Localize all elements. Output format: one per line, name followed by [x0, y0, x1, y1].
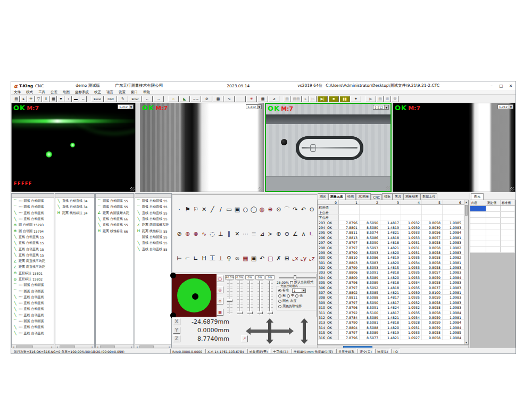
slider-thumb[interactable] [247, 311, 253, 314]
tool-line-icon[interactable]: ╱ [209, 205, 216, 213]
tool-contour-icon[interactable]: ◌ [209, 230, 216, 237]
tab-测光[interactable]: 测光 [318, 193, 328, 200]
run-stop-button[interactable]: ■ [328, 96, 339, 102]
element-item[interactable]: ╲直线自动直线55 [135, 216, 171, 222]
element-item[interactable]: ⌒圆弧自动圆弧55 [96, 198, 134, 204]
stage-leftright-button[interactable]: ↔ [80, 96, 87, 102]
slider-track[interactable] [225, 281, 234, 315]
tool-width-dim-icon[interactable]: ⊢ [176, 254, 183, 262]
menu-4[interactable]: 绘图 [60, 90, 72, 95]
tool-perpendicular-icon[interactable]: ⊥ [217, 230, 225, 237]
run-auto-button[interactable]: ✦ [351, 96, 361, 102]
result-row[interactable]: 293OK7.87968.50901.48171.09320.80581.098… [318, 220, 468, 225]
element-list-4[interactable]: ⌒圆弧自动圆弧55⌒圆弧自动圆弧55╲直线自动直线55╲直线自动直线55∠距离两… [135, 193, 172, 349]
export-excel-button[interactable]: Excel [91, 96, 104, 102]
slider-track[interactable] [245, 281, 254, 315]
auto-focus-button[interactable]: ◣ [179, 96, 190, 102]
element-item[interactable]: ⌒圆弧自动圆弧55 [135, 204, 171, 210]
element-item[interactable]: ╲***直线自动直线 [12, 312, 54, 318]
element-item[interactable]: ╲直线自动直线15 [12, 246, 54, 252]
tools-disabled-button[interactable]: ⚒ [392, 96, 398, 102]
magnifier-button[interactable]: ⊘ [202, 96, 212, 102]
tool-chain-icon[interactable]: ∞ [234, 254, 241, 262]
result-row[interactable]: 310OK7.87968.50911.48241.09320.80581.098… [318, 305, 468, 310]
stage-move-button[interactable]: ✛ [28, 96, 35, 102]
tool-circle-center-icon[interactable]: ⊙ [275, 205, 282, 213]
tool-angle-dim2-icon[interactable]: ∟ [192, 254, 200, 262]
selected-property-row[interactable] [470, 206, 515, 212]
status-segment-8[interactable]: 速度(1) [375, 349, 390, 353]
slider-thumb[interactable] [257, 311, 263, 314]
element-item[interactable]: H距离线性标注55 [135, 228, 171, 234]
tool-rect-icon[interactable]: ▭ [225, 205, 232, 213]
tool-delete-icon[interactable]: ✗ [275, 254, 282, 262]
result-row[interactable]: 307OK7.88028.50851.48211.09300.81001.098… [318, 290, 468, 295]
camera-zoom-select[interactable]: 1-212▼ [246, 104, 262, 109]
tool-parallel-icon[interactable]: ∥ [225, 230, 232, 237]
element-item[interactable]: ╲直线自动直线66 [96, 216, 134, 222]
tool-ellipse-icon[interactable]: ⊜ [308, 205, 315, 213]
element-item[interactable]: ⌒***圆弧自动圆弧 [12, 318, 54, 324]
result-row[interactable]: 301OK7.88038.50831.48201.09340.80581.098… [318, 260, 468, 265]
element-item[interactable]: ∠距离两直线平均距 [12, 258, 54, 264]
title-bar[interactable]: α T-King CNC demo 测试版 广东天行测量技术有限公司 2023.… [11, 81, 516, 90]
camera-zoom-select[interactable]: 1-212▼ [373, 105, 389, 110]
status-segment-7[interactable]: 正交(关) [358, 349, 374, 353]
ring-sector-button[interactable]: ⊕ [217, 298, 223, 304]
tool-coord-z-icon[interactable]: ⌞z [308, 254, 315, 262]
matrix-code-button[interactable]: ▦ [257, 96, 268, 102]
tool-region-select-icon[interactable]: ▢ [267, 254, 274, 262]
tool-height-dim-icon[interactable]: H [201, 254, 208, 262]
minus-minus-button[interactable]: – – [190, 96, 201, 102]
tool-intersect-icon[interactable]: ✕ [201, 205, 208, 213]
camera-zoom-select[interactable]: 1-212▼ [497, 104, 513, 109]
element-item[interactable]: ╲***直线自动直线 [12, 216, 54, 222]
radio-黑色伪彩轮廓[interactable] [278, 305, 281, 308]
result-row[interactable]: 296OK7.88138.50861.48181.09330.80571.098… [318, 235, 468, 240]
property-row[interactable] [470, 212, 515, 218]
result-row[interactable]: 306OK7.87978.50921.48181.09350.80371.098… [318, 285, 468, 290]
ring-rings-button[interactable]: ◎ [217, 286, 223, 293]
resize-grip[interactable] [130, 187, 135, 191]
tool-undo-icon[interactable]: ↶ [259, 254, 266, 262]
tool-arc-scan-icon[interactable]: ↷ [292, 205, 299, 213]
menu-3[interactable]: 公差 [48, 90, 60, 95]
element-item[interactable]: ╲***直线自动直线 [12, 306, 54, 312]
minimize-button[interactable]: – [487, 82, 496, 89]
element-item[interactable]: H距离线性标注66 [96, 228, 134, 234]
blank-tool-button[interactable] [235, 96, 246, 102]
light-bulb-button[interactable]: ☼ [168, 96, 179, 102]
result-row[interactable]: 303OK7.88068.50911.48181.09350.80571.098… [318, 270, 468, 275]
element-item[interactable]: ╲***直线自动直线 [12, 294, 54, 300]
result-row[interactable]: 300OK7.88108.50861.48191.09350.80581.098… [318, 255, 468, 260]
element-item[interactable]: ∠距离两直线平均距 [12, 264, 54, 270]
status-segment-3[interactable]: 对象捕捉(开) [247, 349, 270, 353]
save-disabled-button[interactable]: ▤ [377, 96, 384, 102]
draw-pen-button[interactable]: ✎ [118, 96, 128, 102]
element-list-1[interactable]: ⌒***圆弧自动圆弧⌒***圆弧自动圆弧╲***直线自动直线╲***直线自动直线… [11, 193, 54, 349]
tool-circle-scan-icon[interactable]: ◍ [259, 205, 266, 213]
property-row[interactable] [470, 235, 515, 241]
radio-标准[interactable] [278, 289, 281, 292]
tool-arc-scan2-icon[interactable]: ↶ [300, 205, 307, 213]
light-slider-2[interactable]: 0.0% [235, 275, 244, 316]
tool-cross-measure-icon[interactable]: ✕ [234, 230, 241, 237]
default-mode-checkbox[interactable] [290, 281, 293, 284]
tab-测量元素[interactable]: 测量元素 [328, 193, 345, 200]
menu-9[interactable]: 窗口 [128, 90, 140, 95]
result-row[interactable]: 299OK7.87908.50931.48201.09310.80581.098… [318, 250, 468, 255]
ring-grid-button[interactable]: ▦ [217, 309, 223, 316]
element-list-2[interactable]: ╲直线自动直线34╲直线自动直线34H距离线性标注34 ◂▸ [55, 193, 95, 349]
radio-强[interactable] [295, 294, 298, 298]
tab-3D测量[interactable]: 3D测量 [356, 193, 371, 200]
save-measure-button[interactable]: ▤ [13, 96, 20, 102]
element-item[interactable]: ╲直线自动直线55 [135, 246, 171, 252]
tool-circle-pair-b-icon[interactable]: ⊖ [283, 230, 290, 237]
element-item[interactable]: ⌒圆弧自动圆弧55 [135, 234, 171, 240]
element-item[interactable]: ⌒***圆弧自动圆弧 [12, 198, 54, 204]
checker-pattern-button[interactable]: ▩ [213, 96, 223, 102]
slider-track[interactable] [265, 281, 275, 315]
tool-rect-grid-icon[interactable]: ▣ [234, 205, 241, 213]
tool-angle-b-icon[interactable]: ∠ [292, 230, 299, 237]
menu-1[interactable]: 模式 [23, 90, 36, 95]
